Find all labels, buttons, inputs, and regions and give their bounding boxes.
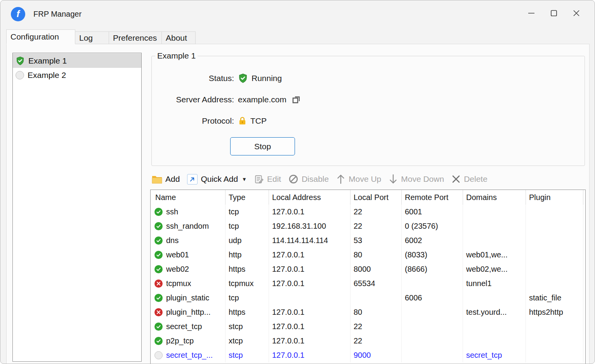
cell-text: stcp — [229, 351, 243, 360]
cell-text: web02 — [166, 265, 189, 274]
status-running-icon — [154, 323, 163, 331]
configuration-page: Example 1 Example 2 Example 1 Status: Ru… — [6, 44, 590, 364]
cell-domains — [463, 291, 526, 305]
column-header-domains[interactable]: Domains — [463, 190, 526, 205]
cell-text: web01,we... — [466, 250, 508, 259]
config-item-example1[interactable]: Example 1 — [13, 53, 141, 68]
column-header-plugin[interactable]: Plugin — [526, 190, 583, 205]
x-icon — [156, 281, 161, 286]
check-icon — [156, 209, 161, 214]
close-button[interactable] — [565, 5, 588, 21]
disable-button[interactable]: Disable — [288, 174, 329, 184]
check-icon — [156, 238, 161, 243]
status-label: Status: — [152, 74, 234, 83]
cell-text: udp — [229, 236, 241, 245]
config-list: Example 1 Example 2 — [12, 53, 142, 362]
cell-domains — [463, 233, 526, 248]
column-header-remote_port[interactable]: Remote Port — [402, 190, 463, 205]
quick-add-button[interactable]: Quick Add ▼ — [187, 174, 247, 185]
proxy-table-body: sshtcp127.0.0.1226001ssh_randomtcp192.16… — [151, 205, 585, 362]
add-button[interactable]: Add — [152, 174, 180, 184]
cell-text: dns — [166, 236, 179, 245]
status-running-icon — [154, 251, 163, 259]
cell-text: 127.0.0.1 — [272, 308, 304, 317]
protocol-label: Protocol: — [152, 116, 234, 126]
status-running-icon — [154, 222, 163, 230]
cell-text: secret_tcp — [466, 351, 502, 360]
cell-local_address: 127.0.0.1 — [269, 334, 350, 348]
cell-plugin — [526, 348, 583, 362]
table-row[interactable]: plugin_statictcp6006static_file — [151, 291, 585, 305]
stop-button[interactable]: Stop — [230, 137, 295, 155]
cell-plugin — [526, 233, 583, 248]
tab-log[interactable]: Log — [75, 31, 109, 44]
table-row[interactable]: secret_tcpstcp127.0.0.122 — [151, 319, 585, 334]
cell-name: secret_tcp_... — [151, 348, 226, 362]
proxy-table-header: NameTypeLocal AddressLocal PortRemote Po… — [151, 190, 585, 205]
column-header-local_address[interactable]: Local Address — [269, 190, 350, 205]
cell-type: https — [226, 305, 269, 319]
delete-button[interactable]: Delete — [451, 174, 487, 184]
cell-remote_port: 6001 — [402, 205, 463, 219]
edit-button[interactable]: Edit — [254, 174, 281, 184]
column-header-name[interactable]: Name — [151, 190, 226, 205]
tab-preferences[interactable]: Preferences — [109, 31, 162, 44]
server-address-field: Server Address: example.com — [152, 89, 585, 110]
table-row[interactable]: p2p_tcpxtcp127.0.0.122 — [151, 334, 585, 348]
config-item-label: Example 2 — [28, 71, 66, 80]
close-icon — [572, 9, 580, 17]
cell-name: plugin_http... — [151, 305, 226, 319]
move-down-button[interactable]: Move Down — [389, 174, 444, 184]
maximize-button[interactable] — [543, 5, 565, 21]
cell-domains: web02,we... — [463, 262, 526, 276]
cell-name: ssh_random — [151, 219, 226, 233]
cell-text: secret_tcp_... — [166, 351, 213, 360]
config-item-label: Example 1 — [28, 56, 67, 66]
table-row[interactable]: sshtcp127.0.0.1226001 — [151, 205, 585, 219]
cell-local_address: 127.0.0.1 — [269, 248, 350, 262]
config-item-example2[interactable]: Example 2 — [13, 68, 141, 82]
cell-name: plugin_static — [151, 291, 226, 305]
cell-text: tcpmux — [166, 279, 191, 288]
cell-text: xtcp — [229, 336, 243, 345]
app-logo-icon: f — [11, 7, 25, 21]
cell-name: secret_tcp — [151, 319, 226, 334]
table-row[interactable]: tcpmuxtcpmux127.0.0.165534tunnel1 — [151, 276, 585, 291]
cell-text: tcpmux — [229, 279, 253, 288]
status-idle-icon — [154, 351, 163, 359]
table-row[interactable]: dnsudp114.114.114.114536002 — [151, 233, 585, 248]
cell-plugin — [526, 219, 583, 233]
tab-about[interactable]: About — [161, 31, 196, 44]
status-running-icon — [154, 337, 163, 345]
cell-text: plugin_http... — [166, 308, 211, 317]
cell-local_port: 80 — [350, 248, 402, 262]
column-header-type[interactable]: Type — [226, 190, 269, 205]
protocol-field: Protocol: TCP — [152, 110, 585, 131]
table-row[interactable]: web01http127.0.0.180(8033)web01,we... — [151, 248, 585, 262]
tab-configuration[interactable]: Configuration — [6, 29, 75, 44]
cell-plugin: static_file — [526, 291, 583, 305]
cell-remote_port: (8033) — [402, 248, 463, 262]
cell-local_port — [350, 291, 402, 305]
status-error-icon — [154, 308, 163, 316]
cell-text: 65534 — [354, 279, 375, 288]
cell-type: https — [226, 262, 269, 276]
cell-text: ssh — [166, 207, 178, 216]
cell-text: 22 — [354, 207, 362, 216]
table-row[interactable]: ssh_randomtcp192.168.31.100220 (23576) — [151, 219, 585, 233]
check-icon — [156, 252, 161, 257]
proxy-table: NameTypeLocal AddressLocal PortRemote Po… — [150, 190, 586, 364]
move-up-button[interactable]: Move Up — [336, 174, 381, 184]
table-row[interactable]: secret_tcp_...stcp127.0.0.19000secret_tc… — [151, 348, 585, 362]
cell-local_port: 8000 — [350, 262, 402, 276]
cell-remote_port — [402, 319, 463, 334]
minimize-button[interactable] — [520, 5, 543, 21]
table-row[interactable]: web02https127.0.0.18000(8666)web02,we... — [151, 262, 585, 276]
cell-text: static_file — [529, 293, 561, 302]
table-row[interactable]: plugin_http...https127.0.0.180test.yourd… — [151, 305, 585, 319]
column-header-local_port[interactable]: Local Port — [350, 190, 402, 205]
cell-text: ssh_random — [166, 222, 209, 231]
copy-icon[interactable] — [291, 95, 301, 104]
cell-text: plugin_static — [166, 293, 209, 302]
status-field: Status: Running — [152, 67, 585, 89]
